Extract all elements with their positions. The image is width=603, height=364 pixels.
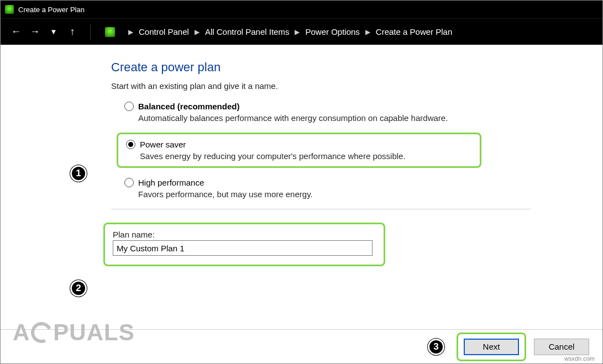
explorer-navbar: ← → ▼ ↑ ▶ Control Panel ▶ All Control Pa…	[1, 18, 602, 45]
radio-power-saver[interactable]	[126, 140, 135, 149]
plan-name-label: Plan name:	[113, 230, 376, 239]
divider	[111, 209, 531, 209]
back-arrow-icon[interactable]: ←	[11, 27, 22, 38]
annotation-marker-3: 3	[428, 339, 444, 355]
address-bar-icon[interactable]	[105, 27, 115, 37]
breadcrumb: ▶ Control Panel ▶ All Control Panel Item…	[128, 27, 597, 36]
annotation-marker-1: 1	[70, 165, 87, 182]
highlight-power-saver: Power saver Saves energy by reducing you…	[117, 133, 481, 168]
page-content: Create a power plan Start with an existi…	[1, 45, 602, 266]
next-button[interactable]: Next	[464, 339, 519, 355]
cancel-button[interactable]: Cancel	[534, 339, 589, 355]
plan-power-saver-desc: Saves energy by reducing your computer's…	[140, 151, 472, 161]
plan-high-performance-desc: Favors performance, but may use more ene…	[138, 189, 602, 199]
breadcrumb-create-plan[interactable]: Create a Power Plan	[376, 27, 452, 36]
annotation-number: 2	[70, 280, 87, 297]
plan-name-input[interactable]	[113, 240, 373, 256]
highlight-next-button: Next	[457, 333, 526, 361]
page-heading: Create a power plan	[111, 60, 602, 75]
radio-balanced[interactable]	[124, 102, 134, 111]
recent-locations-chevron-icon[interactable]: ▼	[48, 27, 59, 38]
window-titlebar: Create a Power Plan	[1, 1, 602, 18]
page-subheading: Start with an existing plan and give it …	[111, 81, 602, 91]
plan-balanced-desc: Automatically balances performance with …	[138, 113, 602, 123]
forward-arrow-icon[interactable]: →	[29, 27, 40, 38]
plan-balanced[interactable]: Balanced (recommended) Automatically bal…	[124, 102, 602, 123]
breadcrumb-all-items[interactable]: All Control Panel Items	[205, 27, 290, 36]
plan-high-performance[interactable]: High performance Favors performance, but…	[124, 178, 602, 199]
radio-high-performance[interactable]	[124, 178, 134, 187]
annotation-marker-2: 2	[70, 280, 87, 297]
chevron-right-icon[interactable]: ▶	[295, 28, 300, 36]
chevron-right-icon[interactable]: ▶	[365, 28, 370, 36]
source-hint: wsxdn.com	[564, 355, 595, 362]
plan-power-saver-title: Power saver	[140, 140, 186, 149]
window-title: Create a Power Plan	[18, 6, 85, 14]
chevron-right-icon[interactable]: ▶	[195, 28, 200, 36]
footer-bar: 3 Next Cancel	[1, 329, 602, 363]
nav-arrow-group: ← → ▼ ↑	[11, 27, 78, 38]
highlight-plan-name: Plan name:	[103, 223, 385, 266]
breadcrumb-power-options[interactable]: Power Options	[305, 27, 359, 36]
breadcrumb-control-panel[interactable]: Control Panel	[139, 27, 189, 36]
chevron-right-icon[interactable]: ▶	[128, 28, 133, 36]
plan-balanced-title: Balanced (recommended)	[138, 102, 239, 111]
plan-power-saver[interactable]: Power saver Saves energy by reducing you…	[126, 140, 472, 161]
power-options-icon	[5, 5, 14, 14]
plan-radio-group: Balanced (recommended) Automatically bal…	[111, 102, 602, 199]
nav-separator	[90, 24, 91, 40]
plan-high-performance-title: High performance	[138, 178, 204, 187]
annotation-number: 1	[70, 165, 87, 182]
up-arrow-icon[interactable]: ↑	[67, 27, 78, 38]
